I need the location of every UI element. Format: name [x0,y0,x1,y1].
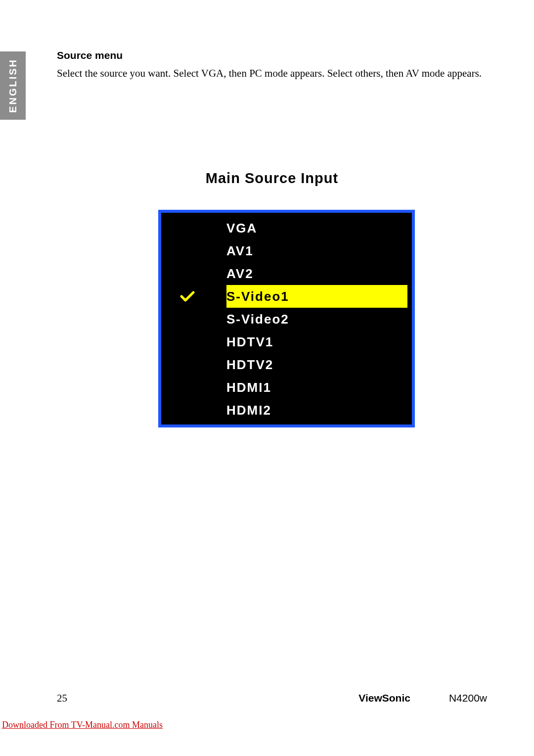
osd-item-av2[interactable]: AV2 [161,262,412,285]
osd-item-label-area: VGA [226,217,407,239]
osd-item-label: HDMI2 [226,403,271,418]
osd-item-label: S-Video2 [226,312,289,327]
osd-item-label: AV1 [226,243,254,259]
osd-menu: VGA AV1 AV2 S-Video1 S-Vi [158,210,415,427]
checkmark-icon [180,290,195,302]
footer-model: N4200w [449,692,487,704]
osd-item-label-area: S-Video2 [226,308,407,331]
osd-item-svideo2[interactable]: S-Video2 [161,308,412,331]
osd-item-label: AV2 [226,266,254,282]
osd-item-hdtv2[interactable]: HDTV2 [161,353,412,376]
download-link[interactable]: Downloaded From TV-Manual.com Manuals [2,720,163,730]
osd-item-label: VGA [226,221,257,236]
osd-item-label-area: HDMI1 [226,376,407,399]
section-heading: Source menu [57,49,487,61]
osd-item-label-area: HDTV2 [226,353,407,376]
osd-item-label-area: HDMI2 [226,399,407,422]
footer-brand: ViewSonic [358,692,410,704]
osd-title: Main Source Input [57,170,487,187]
osd-item-label: HDTV2 [226,357,273,373]
osd-item-svideo1[interactable]: S-Video1 [161,285,412,308]
page-number: 25 [57,692,67,705]
osd-item-label-area: AV2 [226,262,407,285]
page-footer: 25 ViewSonic N4200w [57,692,487,705]
osd-item-label-area: HDTV1 [226,331,407,353]
osd-item-label-area: AV1 [226,239,407,262]
osd-item-hdmi1[interactable]: HDMI1 [161,376,412,399]
osd-item-label-area: S-Video1 [226,285,407,308]
osd-item-label: HDMI1 [226,380,271,395]
osd-item-av1[interactable]: AV1 [161,239,412,262]
osd-item-vga[interactable]: VGA [161,217,412,239]
page-content: Source menu Select the source you want. … [57,49,487,80]
osd-item-label: HDTV1 [226,334,273,350]
osd-item-hdmi2[interactable]: HDMI2 [161,399,412,422]
language-tab: ENGLISH [0,51,26,120]
section-body: Select the source you want. Select VGA, … [57,66,487,80]
language-tab-label: ENGLISH [7,58,19,113]
osd-item-label: S-Video1 [226,289,289,304]
osd-item-hdtv1[interactable]: HDTV1 [161,331,412,353]
